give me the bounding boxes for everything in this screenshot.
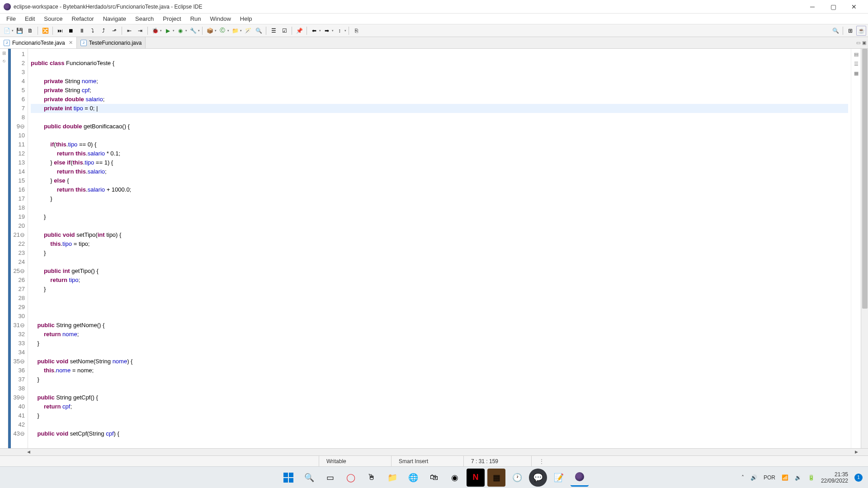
external-tools-icon[interactable]: 🔧	[188, 26, 198, 36]
tray-language[interactable]: POR	[764, 474, 775, 481]
task-icon[interactable]: ▦	[854, 70, 859, 76]
tray-date: 22/09/2022	[821, 478, 848, 484]
dropdown-icon[interactable]: ▾	[215, 29, 217, 33]
menu-help[interactable]: Help	[236, 14, 257, 23]
tray-wifi-icon[interactable]: 📶	[782, 474, 788, 481]
start-button[interactable]	[279, 469, 297, 487]
new-folder-icon[interactable]: 📁	[230, 26, 240, 36]
tray-notifications-icon[interactable]: 1	[854, 474, 863, 482]
debug-skip-icon[interactable]: ⏭	[55, 26, 65, 36]
nav-forward-icon[interactable]: ➡	[322, 26, 332, 36]
pin-icon[interactable]: 📌	[294, 26, 304, 36]
scroll-right-icon[interactable]: ▶	[855, 450, 858, 454]
opera-icon[interactable]: ◯	[342, 469, 360, 487]
tab-teste-funcionario[interactable]: J TesteFuncionario.java	[77, 37, 146, 48]
debug-pause-icon[interactable]: ⏸	[77, 26, 87, 36]
close-tab-icon[interactable]: ✕	[69, 40, 73, 46]
dropdown-icon[interactable]: ▾	[198, 29, 200, 33]
vertical-scrollbar[interactable]	[861, 49, 868, 448]
mouse-icon[interactable]: 🖱	[363, 469, 381, 487]
maximize-view-icon[interactable]: ▣	[862, 40, 866, 45]
indent-icon[interactable]: ⇥	[135, 26, 145, 36]
search-icon[interactable]: 🔍	[254, 26, 264, 36]
menu-navigate[interactable]: Navigate	[99, 14, 131, 23]
wand-icon[interactable]: 🪄	[243, 26, 253, 36]
run-icon[interactable]: ▶	[163, 26, 173, 36]
scrollbar-thumb[interactable]	[862, 49, 868, 309]
code-area[interactable]: public class FuncionarioTeste { private …	[28, 49, 851, 448]
dropdown-icon[interactable]: ▾	[344, 29, 346, 33]
coverage-icon[interactable]: ◉	[175, 26, 185, 36]
menu-window[interactable]: Window	[206, 14, 236, 23]
discord-icon[interactable]: 💬	[529, 469, 547, 487]
outline-icon2[interactable]: ☰	[854, 61, 859, 67]
tray-clock[interactable]: 21:35 22/09/2022	[821, 471, 848, 484]
menu-source[interactable]: Source	[39, 14, 67, 23]
toggle-mark-icon[interactable]: ☑	[279, 26, 289, 36]
tray-volume-icon[interactable]: 🔊	[750, 474, 757, 481]
dropdown-icon[interactable]: ▾	[12, 29, 14, 33]
new-package-icon[interactable]: 📦	[205, 26, 215, 36]
dropdown-icon[interactable]: ▾	[185, 29, 187, 33]
menu-file[interactable]: File	[2, 14, 20, 23]
ms-store-icon[interactable]: 🛍	[425, 469, 443, 487]
hierarchy-icon[interactable]: ⊞	[2, 51, 6, 56]
minimize-button[interactable]: ─	[802, 0, 823, 14]
menu-run[interactable]: Run	[186, 14, 206, 23]
close-button[interactable]: ✕	[844, 0, 864, 14]
dropdown-icon[interactable]: ▾	[160, 29, 162, 33]
window-title: eclipse-workspace - BytebankHerdado/src/…	[14, 4, 802, 10]
nav-back-icon[interactable]: ⬅	[309, 26, 319, 36]
eclipse-taskbar-icon[interactable]	[571, 469, 589, 487]
show-in-icon[interactable]: ⎘	[351, 26, 361, 36]
tab-funcionario-teste[interactable]: J FuncionarioTeste.java ✕	[0, 37, 77, 48]
dropdown-icon[interactable]: ▾	[332, 29, 334, 33]
new-class-icon[interactable]: Ⓒ	[217, 26, 227, 36]
app-icon[interactable]: ▦	[487, 469, 505, 487]
save-all-icon[interactable]: 🗎	[25, 26, 35, 36]
outdent-icon[interactable]: ⇤	[124, 26, 134, 36]
open-perspective-icon[interactable]: ⊞	[845, 26, 855, 36]
maximize-button[interactable]: ▢	[823, 0, 844, 14]
toggle-breadcrumb-icon[interactable]: ☰	[269, 26, 278, 36]
tray-battery-icon[interactable]: 🔋	[808, 474, 815, 481]
status-overflow-icon[interactable]: ⋮	[531, 456, 552, 466]
horizontal-scrollbar[interactable]: ◀ ▶	[0, 448, 868, 455]
nav-up-icon[interactable]: ↕	[335, 26, 344, 36]
dropdown-icon[interactable]: ▾	[173, 29, 175, 33]
debug-step-icon[interactable]: ⤵	[88, 26, 98, 36]
debug-icon[interactable]: 🐞	[150, 26, 160, 36]
dell-icon[interactable]: ◉	[446, 469, 464, 487]
save-icon[interactable]: 💾	[14, 26, 24, 36]
edge-icon[interactable]: 🌐	[404, 469, 422, 487]
minimize-view-icon[interactable]: ▭	[856, 40, 860, 45]
netflix-icon[interactable]: N	[467, 469, 485, 487]
dropdown-icon[interactable]: ▾	[227, 29, 229, 33]
new-icon[interactable]: 📄	[2, 26, 12, 36]
java-perspective-icon[interactable]: ☕	[856, 26, 866, 36]
scroll-left-icon[interactable]: ◀	[27, 450, 30, 454]
menu-refactor[interactable]: Refactor	[67, 14, 99, 23]
task-view-icon[interactable]: ▭	[321, 469, 339, 487]
menubar: File Edit Source Refactor Navigate Searc…	[0, 14, 868, 24]
menu-search[interactable]: Search	[131, 14, 158, 23]
tray-chevron-icon[interactable]: ˄	[741, 474, 744, 481]
dropdown-icon[interactable]: ▾	[240, 29, 242, 33]
dropdown-icon[interactable]: ▾	[319, 29, 321, 33]
tray-sound-icon[interactable]: 🔉	[795, 474, 802, 481]
quick-access-icon[interactable]: 🔍	[830, 26, 840, 36]
titlebar: eclipse-workspace - BytebankHerdado/src/…	[0, 0, 868, 14]
tab-label: FuncionarioTeste.java	[12, 40, 65, 46]
menu-project[interactable]: Project	[158, 14, 185, 23]
switch-icon[interactable]: 🔀	[40, 26, 50, 36]
menu-edit[interactable]: Edit	[20, 14, 39, 23]
search-taskbar-icon[interactable]: 🔍	[300, 469, 318, 487]
debug-stop-icon[interactable]: ⏹	[66, 26, 76, 36]
clock-app-icon[interactable]: 🕐	[508, 469, 526, 487]
debug-stepout-icon[interactable]: ⬏	[109, 26, 119, 36]
outline-icon[interactable]: ▤	[854, 52, 859, 57]
file-explorer-icon[interactable]: 📁	[383, 469, 401, 487]
link-icon[interactable]: ⎋	[3, 58, 5, 63]
debug-stepover-icon[interactable]: ⤴	[99, 26, 108, 36]
notes-icon[interactable]: 📝	[550, 469, 568, 487]
